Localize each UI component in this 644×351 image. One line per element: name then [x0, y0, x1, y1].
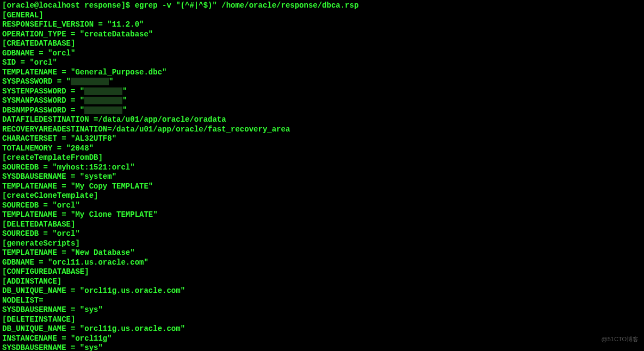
output-line: SYSDBAUSERNAME = "system" — [2, 172, 642, 182]
output-line: [ADDINSTANCE] — [2, 277, 642, 287]
output-line: DATAFILEDESTINATION =/data/u01/app/oracl… — [2, 115, 642, 125]
output-text: " — [122, 96, 127, 105]
output-line: GDBNAME = "orcl" — [2, 49, 642, 59]
output-line: TEMPLATENAME = "New Database" — [2, 248, 642, 258]
output-line: [CREATEDATABASE] — [2, 39, 642, 49]
output-line: SOURCEDB = "orcl" — [2, 201, 642, 211]
output-line: TOTALMEMORY = "2048" — [2, 144, 642, 154]
output-line: OPERATION_TYPE = "createDatabase" — [2, 30, 642, 40]
output-line: SYSDBAUSERNAME = "sys" — [2, 305, 642, 315]
output-text: " — [122, 106, 127, 115]
output-line: [createTemplateFromDB] — [2, 153, 642, 163]
output-line: [GENERAL] — [2, 11, 642, 21]
output-line: SYSMANPASSWORD = "" — [2, 96, 642, 106]
censored-password — [84, 97, 122, 104]
output-line: TEMPLATENAME = "General_Purpose.dbc" — [2, 68, 642, 78]
output-line: SYSPASSWORD = "" — [2, 77, 642, 87]
command-line: [oracle@localhost response]$ egrep -v "(… — [2, 1, 642, 11]
output-line: SID = "orcl" — [2, 58, 642, 68]
output-line: SYSTEMPASSWORD = "" — [2, 87, 642, 97]
censored-password — [84, 106, 122, 114]
output-line: DB_UNIQUE_NAME = "orcl11g.us.oracle.com" — [2, 324, 642, 334]
shell-prompt: [oracle@localhost response]$ — [2, 1, 135, 10]
output-line: [CONFIGUREDATABASE] — [2, 267, 642, 277]
output-line: INSTANCENAME = "orcl11g" — [2, 334, 642, 344]
output-text: SYSTEMPASSWORD = " — [2, 87, 84, 96]
output-line: RECOVERYAREADESTINATION=/data/u01/app/or… — [2, 125, 642, 135]
output-line: CHARACTERSET = "AL32UTF8" — [2, 134, 642, 144]
output-line: [createCloneTemplate] — [2, 191, 642, 201]
output-line: SOURCEDB = "orcl" — [2, 229, 642, 239]
output-line: [DELETEINSTANCE] — [2, 315, 642, 325]
censored-password — [71, 78, 109, 85]
output-line: TEMPLATENAME = "My Copy TEMPLATE" — [2, 182, 642, 192]
output-text: " — [122, 87, 127, 96]
output-text: SYSMANPASSWORD = " — [2, 96, 84, 105]
output-line: SOURCEDB = "myhost:1521:orcl" — [2, 163, 642, 173]
output-text: " — [109, 77, 113, 86]
output-line: TEMPLATENAME = "My Clone TEMPLATE" — [2, 210, 642, 220]
output-line: GDBNAME = "orcl11.us.oracle.com" — [2, 258, 642, 268]
output-text: SYSPASSWORD = " — [2, 77, 71, 86]
output-text: DBSNMPPASSWORD = " — [2, 106, 84, 115]
shell-command: egrep -v "(^#|^$)" /home/oracle/response… — [135, 1, 359, 10]
output-line: SYSDBAUSERNAME = "sys" — [2, 343, 642, 351]
output-line: NODELIST= — [2, 296, 642, 306]
censored-password — [84, 87, 122, 95]
output-line: [DELETEDATABASE] — [2, 220, 642, 230]
output-line: RESPONSEFILE_VERSION = "11.2.0" — [2, 20, 642, 30]
watermark: @51CTO博客 — [602, 336, 639, 343]
output-line: [generateScripts] — [2, 239, 642, 249]
output-line: DB_UNIQUE_NAME = "orcl11g.us.oracle.com" — [2, 286, 642, 296]
output-line: DBSNMPPASSWORD = "" — [2, 106, 642, 116]
